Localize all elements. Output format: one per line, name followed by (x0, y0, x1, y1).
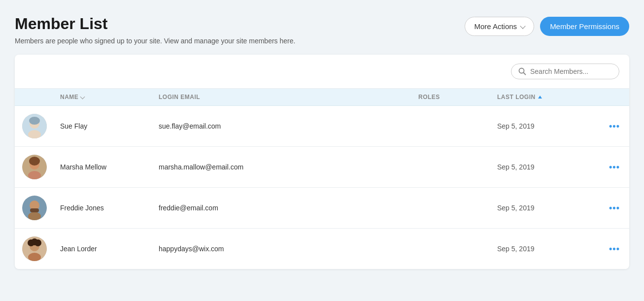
member-actions[interactable]: ••• (600, 201, 629, 215)
member-last-login: Sep 5, 2019 (491, 204, 600, 212)
avatar (22, 155, 47, 179)
chevron-down-icon (520, 23, 525, 29)
member-last-login: Sep 5, 2019 (491, 163, 600, 171)
th-name[interactable]: NAME (54, 94, 153, 100)
row-more-menu-button[interactable]: ••• (606, 242, 623, 256)
member-name: Sue Flay (54, 122, 153, 130)
svg-rect-13 (30, 208, 39, 212)
avatar (22, 196, 47, 220)
page-container: Member List Members are people who signe… (0, 0, 644, 279)
row-more-menu-button[interactable]: ••• (606, 119, 623, 134)
search-input[interactable] (530, 67, 612, 75)
table-row: Jean Lorder happydays@wix.com Sep 5, 201… (15, 229, 629, 269)
search-icon (518, 67, 526, 75)
table-row: Marsha Mellow marsha.mallow@email.com Se… (15, 147, 629, 188)
member-last-login: Sep 5, 2019 (491, 122, 600, 130)
member-actions[interactable]: ••• (600, 119, 629, 134)
table-body: Sue Flay sue.flay@email.com Sep 5, 2019 … (15, 106, 629, 269)
member-name: Jean Lorder (54, 245, 153, 253)
member-email: marsha.mallow@email.com (153, 163, 412, 171)
chevron-sort-icon (80, 94, 85, 99)
member-email: happydays@wix.com (153, 245, 412, 253)
member-permissions-label: Member Permissions (550, 22, 619, 31)
th-actions (600, 94, 629, 100)
avatar-cell (15, 192, 54, 224)
th-email: LOGIN EMAIL (153, 94, 412, 100)
svg-point-5 (29, 117, 40, 125)
search-wrapper (511, 64, 619, 79)
avatar-cell (15, 233, 54, 265)
svg-point-9 (29, 157, 40, 166)
page-subtitle: Members are people who signed up to your… (15, 37, 295, 45)
avatar-cell (15, 110, 54, 142)
svg-point-0 (519, 68, 524, 73)
page-title: Member List (15, 15, 295, 33)
row-more-menu-button[interactable]: ••• (606, 201, 623, 215)
sort-icon-name (81, 96, 84, 99)
avatar (22, 236, 47, 261)
th-last-login[interactable]: LAST LOGIN (491, 94, 600, 100)
row-more-menu-button[interactable]: ••• (606, 160, 623, 174)
table-row: Freddie Jones freddie@email.com Sep 5, 2… (15, 188, 629, 229)
sort-arrow-up-icon (538, 96, 542, 99)
member-name: Freddie Jones (54, 204, 153, 212)
member-actions[interactable]: ••• (600, 160, 629, 174)
avatar-cell (15, 151, 54, 183)
th-roles: ROLES (412, 94, 491, 100)
table-header: NAME LOGIN EMAIL ROLES LAST LOGIN (15, 89, 629, 106)
member-actions[interactable]: ••• (600, 242, 629, 256)
content-card: NAME LOGIN EMAIL ROLES LAST LOGIN (15, 55, 629, 269)
more-actions-label: More Actions (474, 22, 517, 31)
member-name: Marsha Mellow (54, 163, 153, 171)
header-right: More Actions Member Permissions (465, 17, 629, 36)
th-avatar (15, 94, 54, 100)
search-bar-row (15, 55, 629, 89)
more-actions-button[interactable]: More Actions (465, 17, 534, 36)
svg-point-19 (34, 239, 41, 246)
header-left: Member List Members are people who signe… (15, 15, 295, 45)
avatar (22, 114, 47, 138)
member-last-login: Sep 5, 2019 (491, 245, 600, 253)
member-email: sue.flay@email.com (153, 122, 412, 130)
member-email: freddie@email.com (153, 204, 412, 212)
page-header: Member List Members are people who signe… (15, 15, 629, 45)
table-row: Sue Flay sue.flay@email.com Sep 5, 2019 … (15, 106, 629, 147)
member-permissions-button[interactable]: Member Permissions (540, 17, 629, 36)
svg-line-1 (524, 73, 526, 75)
